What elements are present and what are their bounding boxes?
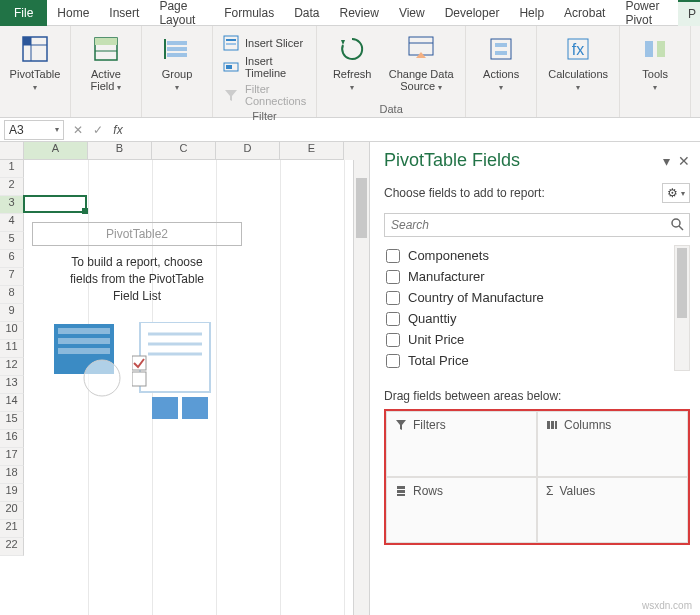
columns-area[interactable]: Columns [537,411,688,477]
group-active-field: ActiveField ▾ [71,26,142,117]
active-field-button[interactable]: ActiveField ▾ [79,30,133,93]
actions-button[interactable]: Actions▾ [474,30,528,93]
field-item[interactable]: Unit Price [384,329,670,350]
pivottable-button[interactable]: PivotTable▾ [8,30,62,93]
row-header[interactable]: 3 [0,196,24,214]
pane-options-icon[interactable]: ▾ [663,153,670,169]
tab-pivottable-analyze[interactable]: P [678,0,700,26]
field-item[interactable]: Manufacturer [384,266,670,287]
row-header[interactable]: 5 [0,232,24,250]
tab-help[interactable]: Help [509,0,554,26]
row-header[interactable]: 11 [0,340,24,358]
tab-page-layout[interactable]: Page Layout [149,0,214,26]
tab-developer[interactable]: Developer [435,0,510,26]
values-area[interactable]: ΣValues [537,477,688,543]
row-header[interactable]: 21 [0,520,24,538]
field-checkbox[interactable] [386,333,400,347]
field-checkbox[interactable] [386,312,400,326]
col-header-d[interactable]: D [216,142,280,160]
fx-icon[interactable]: fx [108,123,128,137]
row-header[interactable]: 20 [0,502,24,520]
field-label: Manufacturer [408,269,485,284]
layout-gear-button[interactable]: ⚙ ▾ [662,183,690,203]
search-input[interactable] [384,213,690,237]
field-search [384,213,690,237]
field-checkbox[interactable] [386,249,400,263]
field-list-scrollbar[interactable] [674,245,690,371]
name-box[interactable]: A3 ▾ [4,120,64,140]
row-header[interactable]: 2 [0,178,24,196]
filters-area[interactable]: Filters [386,411,537,477]
cell-grid[interactable]: PivotTable2 To build a report, choose fi… [24,160,353,615]
refresh-button[interactable]: Refresh▾ [325,30,379,93]
tab-home[interactable]: Home [47,0,99,26]
dropdown-arrow-icon: ▾ [681,189,685,198]
field-item[interactable]: Quanttiy [384,308,670,329]
cancel-formula-icon[interactable]: ✕ [68,123,88,137]
field-item[interactable]: Total Price [384,350,670,371]
row-header[interactable]: 4 [0,214,24,232]
group-button[interactable]: Group▾ [150,30,204,93]
tab-data[interactable]: Data [284,0,329,26]
row-header[interactable]: 17 [0,448,24,466]
col-header-b[interactable]: B [88,142,152,160]
svg-rect-5 [95,38,117,45]
formula-input[interactable] [128,120,700,140]
filter-connections-icon [223,87,239,103]
pivottable-illustration [32,322,242,422]
change-data-source-button[interactable]: Change DataSource ▾ [385,30,457,93]
row-header[interactable]: 7 [0,268,24,286]
row-header[interactable]: 19 [0,484,24,502]
col-header-a[interactable]: A [24,142,88,160]
sheet-scrollbar[interactable] [353,160,369,615]
row-header[interactable]: 9 [0,304,24,322]
pivottable-label: PivotTable [10,68,61,80]
tab-insert[interactable]: Insert [99,0,149,26]
tab-review[interactable]: Review [330,0,389,26]
insert-timeline-button[interactable]: Insert Timeline [221,54,308,80]
row-header[interactable]: 10 [0,322,24,340]
tab-power-pivot[interactable]: Power Pivot [615,0,678,26]
tools-label: Tools [642,68,668,80]
tools-button[interactable]: Tools▾ [628,30,682,93]
row-header[interactable]: 22 [0,538,24,556]
field-item[interactable]: Country of Manufacture [384,287,670,308]
row-header[interactable]: 1 [0,160,24,178]
calculations-button[interactable]: fx Calculations▾ [545,30,611,93]
field-item[interactable]: Componenets [384,245,670,266]
field-checkbox[interactable] [386,270,400,284]
row-header[interactable]: 15 [0,412,24,430]
rows-area[interactable]: Rows [386,477,537,543]
field-checkbox[interactable] [386,291,400,305]
row-header[interactable]: 18 [0,466,24,484]
field-label: Total Price [408,353,469,368]
group-data-label: Data [325,101,457,115]
select-all-corner[interactable] [0,142,24,160]
row-header[interactable]: 13 [0,376,24,394]
field-checkbox[interactable] [386,354,400,368]
field-label: Componenets [408,248,489,263]
row-header[interactable]: 12 [0,358,24,376]
col-header-e[interactable]: E [280,142,344,160]
svg-rect-19 [495,51,507,55]
scrollbar-thumb[interactable] [356,178,367,238]
change-data-source-icon [404,32,438,66]
enter-formula-icon[interactable]: ✓ [88,123,108,137]
tab-view[interactable]: View [389,0,435,26]
tab-acrobat[interactable]: Acrobat [554,0,615,26]
insert-slicer-button[interactable]: Insert Slicer [221,34,308,52]
row-header[interactable]: 16 [0,430,24,448]
row-header[interactable]: 6 [0,250,24,268]
close-icon[interactable]: ✕ [678,153,690,169]
group-filter: Insert Slicer Insert Timeline Filter Con… [213,26,317,117]
svg-point-42 [672,219,680,227]
tab-formulas[interactable]: Formulas [214,0,284,26]
row-header[interactable]: 14 [0,394,24,412]
row-header[interactable]: 8 [0,286,24,304]
search-icon[interactable] [670,217,684,231]
selected-cell[interactable] [23,195,87,213]
col-header-c[interactable]: C [152,142,216,160]
file-tab[interactable]: File [0,0,47,26]
svg-rect-44 [547,421,550,429]
scrollbar-thumb[interactable] [677,248,687,318]
